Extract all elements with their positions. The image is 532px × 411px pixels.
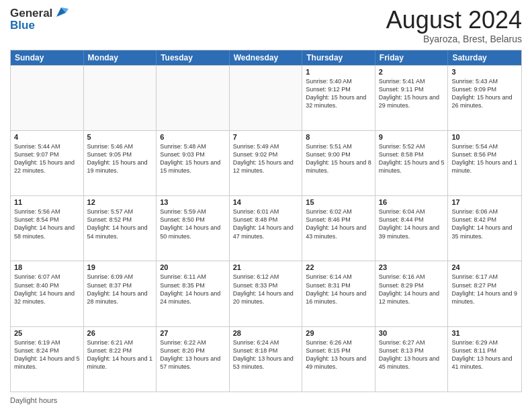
location: Byaroza, Brest, Belarus [386,34,522,44]
day-number: 26 [87,329,153,337]
cal-header-tuesday: Tuesday [157,50,230,65]
cal-header-wednesday: Wednesday [230,50,303,65]
cell-info: Sunrise: 5:51 AM Sunset: 9:00 PM Dayligh… [306,142,371,175]
cell-info: Sunrise: 6:11 AM Sunset: 8:35 PM Dayligh… [160,273,226,306]
cell-info: Sunrise: 6:16 AM Sunset: 8:29 PM Dayligh… [379,273,445,306]
table-row: 14Sunrise: 6:01 AM Sunset: 8:48 PM Dayli… [230,196,303,261]
logo-icon [54,5,69,19]
cell-info: Sunrise: 5:46 AM Sunset: 9:05 PM Dayligh… [87,142,153,175]
cell-info: Sunrise: 5:54 AM Sunset: 8:56 PM Dayligh… [451,142,518,175]
cell-info: Sunrise: 6:29 AM Sunset: 8:11 PM Dayligh… [451,338,518,371]
table-row: 18Sunrise: 6:07 AM Sunset: 8:40 PM Dayli… [11,261,84,326]
day-number: 23 [379,263,445,271]
cal-week-3: 11Sunrise: 5:56 AM Sunset: 8:54 PM Dayli… [11,195,521,261]
cell-info: Sunrise: 6:12 AM Sunset: 8:33 PM Dayligh… [233,273,299,306]
cell-info: Sunrise: 5:41 AM Sunset: 9:11 PM Dayligh… [379,77,445,110]
table-row: 30Sunrise: 6:27 AM Sunset: 8:13 PM Dayli… [375,327,449,392]
cell-info: Sunrise: 6:01 AM Sunset: 8:48 PM Dayligh… [233,208,299,240]
cell-info: Sunrise: 5:49 AM Sunset: 9:02 PM Dayligh… [233,142,299,175]
title-block: August 2024 Byaroza, Brest, Belarus [386,7,522,44]
table-row: 24Sunrise: 6:17 AM Sunset: 8:27 PM Dayli… [448,261,521,326]
table-row: 11Sunrise: 5:56 AM Sunset: 8:54 PM Dayli… [11,196,84,261]
table-row: 26Sunrise: 6:21 AM Sunset: 8:22 PM Dayli… [84,327,157,392]
day-number: 17 [451,198,518,206]
table-row: 27Sunrise: 6:22 AM Sunset: 8:20 PM Dayli… [157,327,230,392]
day-number: 2 [379,68,445,76]
cell-info: Sunrise: 6:24 AM Sunset: 8:18 PM Dayligh… [233,338,299,371]
day-number: 20 [160,263,226,271]
calendar-body: 1Sunrise: 5:40 AM Sunset: 9:12 PM Daylig… [11,65,521,392]
cal-header-sunday: Sunday [11,50,84,65]
day-number: 21 [233,263,299,271]
table-row: 31Sunrise: 6:29 AM Sunset: 8:11 PM Dayli… [448,327,521,392]
day-number: 24 [451,263,518,271]
table-row: 2Sunrise: 5:41 AM Sunset: 9:11 PM Daylig… [375,66,449,130]
cell-info: Sunrise: 5:48 AM Sunset: 9:03 PM Dayligh… [160,142,226,175]
table-row: 16Sunrise: 6:04 AM Sunset: 8:44 PM Dayli… [375,196,449,261]
cell-info: Sunrise: 6:04 AM Sunset: 8:44 PM Dayligh… [379,208,445,240]
table-row: 8Sunrise: 5:51 AM Sunset: 9:00 PM Daylig… [302,131,375,195]
table-row: 22Sunrise: 6:14 AM Sunset: 8:31 PM Dayli… [302,261,375,326]
cell-info: Sunrise: 6:09 AM Sunset: 8:37 PM Dayligh… [87,273,153,306]
table-row [230,66,303,130]
day-number: 16 [379,198,445,206]
day-number: 13 [160,198,226,206]
day-number: 6 [160,133,226,141]
day-number: 3 [451,68,518,76]
cell-info: Sunrise: 6:27 AM Sunset: 8:13 PM Dayligh… [379,338,445,371]
day-number: 28 [233,329,299,337]
calendar: SundayMondayTuesdayWednesdayThursdayFrid… [10,50,522,392]
day-number: 10 [451,133,518,141]
logo-general-text: General [10,7,52,20]
day-number: 4 [14,133,80,141]
day-number: 5 [87,133,153,141]
cell-info: Sunrise: 5:43 AM Sunset: 9:09 PM Dayligh… [451,77,518,110]
day-number: 30 [379,329,445,337]
cell-info: Sunrise: 6:06 AM Sunset: 8:42 PM Dayligh… [451,208,518,240]
cal-week-1: 1Sunrise: 5:40 AM Sunset: 9:12 PM Daylig… [11,65,521,130]
table-row: 12Sunrise: 5:57 AM Sunset: 8:52 PM Dayli… [84,196,157,261]
cell-info: Sunrise: 5:57 AM Sunset: 8:52 PM Dayligh… [87,208,153,240]
cal-week-5: 25Sunrise: 6:19 AM Sunset: 8:24 PM Dayli… [11,326,521,392]
table-row: 5Sunrise: 5:46 AM Sunset: 9:05 PM Daylig… [84,131,157,195]
day-number: 12 [87,198,153,206]
day-number: 22 [306,263,371,271]
cell-info: Sunrise: 6:22 AM Sunset: 8:20 PM Dayligh… [160,338,226,371]
cell-info: Sunrise: 6:07 AM Sunset: 8:40 PM Dayligh… [14,273,80,306]
day-number: 31 [451,329,518,337]
cell-info: Sunrise: 5:40 AM Sunset: 9:12 PM Dayligh… [306,77,371,110]
cell-info: Sunrise: 6:14 AM Sunset: 8:31 PM Dayligh… [306,273,371,306]
table-row: 20Sunrise: 6:11 AM Sunset: 8:35 PM Dayli… [157,261,230,326]
day-number: 1 [306,68,371,76]
table-row [11,66,84,130]
cal-header-monday: Monday [84,50,157,65]
header: General Blue August 2024 Byaroza, Brest,… [10,7,522,44]
cell-info: Sunrise: 5:44 AM Sunset: 9:07 PM Dayligh… [14,142,80,175]
cell-info: Sunrise: 5:56 AM Sunset: 8:54 PM Dayligh… [14,208,80,240]
day-number: 27 [160,329,226,337]
day-number: 8 [306,133,371,141]
cal-week-2: 4Sunrise: 5:44 AM Sunset: 9:07 PM Daylig… [11,130,521,195]
cal-header-thursday: Thursday [302,50,375,65]
table-row: 1Sunrise: 5:40 AM Sunset: 9:12 PM Daylig… [302,66,375,130]
day-number: 7 [233,133,299,141]
table-row: 7Sunrise: 5:49 AM Sunset: 9:02 PM Daylig… [230,131,303,195]
table-row: 10Sunrise: 5:54 AM Sunset: 8:56 PM Dayli… [448,131,521,195]
day-number: 9 [379,133,445,141]
day-number: 29 [306,329,371,337]
table-row: 4Sunrise: 5:44 AM Sunset: 9:07 PM Daylig… [11,131,84,195]
day-number: 15 [306,198,371,206]
table-row: 3Sunrise: 5:43 AM Sunset: 9:09 PM Daylig… [448,66,521,130]
calendar-header: SundayMondayTuesdayWednesdayThursdayFrid… [11,50,521,65]
cell-info: Sunrise: 6:26 AM Sunset: 8:15 PM Dayligh… [306,338,371,371]
table-row: 17Sunrise: 6:06 AM Sunset: 8:42 PM Dayli… [448,196,521,261]
cell-info: Sunrise: 6:17 AM Sunset: 8:27 PM Dayligh… [451,273,518,306]
table-row: 25Sunrise: 6:19 AM Sunset: 8:24 PM Dayli… [11,327,84,392]
table-row [84,66,157,130]
day-number: 11 [14,198,80,206]
page: General Blue August 2024 Byaroza, Brest,… [0,0,532,411]
cal-header-saturday: Saturday [448,50,521,65]
day-number: 19 [87,263,153,271]
table-row: 28Sunrise: 6:24 AM Sunset: 8:18 PM Dayli… [230,327,303,392]
cell-info: Sunrise: 6:19 AM Sunset: 8:24 PM Dayligh… [14,338,80,371]
